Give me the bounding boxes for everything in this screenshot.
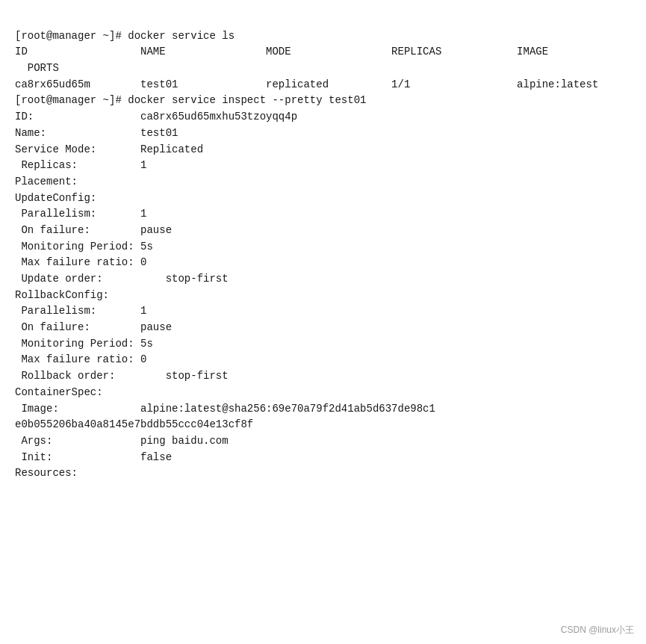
terminal-line: Max failure ratio: 0 — [15, 255, 631, 271]
terminal-line: Resources: — [15, 465, 631, 482]
terminal-line: Args: ping baidu.com — [15, 433, 631, 450]
terminal-line: PORTS — [15, 61, 631, 77]
terminal-line: RollbackConfig: — [15, 288, 631, 304]
terminal-line: ID NAME MODE REPLICAS IMAGE — [15, 44, 631, 61]
terminal-line: On failure: pause — [15, 223, 631, 239]
terminal-line: [root@manager ~]# docker service ls — [15, 28, 631, 45]
terminal-line: UpdateConfig: — [15, 191, 631, 207]
terminal-line: e0b055206ba40a8145e7bddb55ccc04e13cf8f — [15, 417, 631, 433]
terminal-line: Placement: — [15, 174, 631, 191]
terminal-line: Update order: stop-first — [15, 271, 631, 288]
terminal-line: Parallelism: 1 — [15, 206, 631, 223]
terminal-line: ID: ca8rx65ud65mxhu53tzoyqq4p — [15, 109, 631, 126]
terminal-line: On failure: pause — [15, 320, 631, 336]
terminal-line: Service Mode: Replicated — [15, 142, 631, 158]
terminal-line: Monitoring Period: 5s — [15, 336, 631, 353]
terminal-line: Replicas: 1 — [15, 158, 631, 174]
terminal-line: ca8rx65ud65m test01 replicated 1/1 alpin… — [15, 77, 631, 93]
terminal-line: Rollback order: stop-first — [15, 368, 631, 385]
terminal-line: [root@manager ~]# docker service inspect… — [15, 93, 631, 109]
terminal-line: Init: false — [15, 450, 631, 466]
terminal-line: Image: alpine:latest@sha256:69e70a79f2d4… — [15, 401, 631, 418]
terminal-output: [root@manager ~]# docker service lsID NA… — [15, 12, 631, 482]
terminal-line: Monitoring Period: 5s — [15, 239, 631, 256]
terminal-line: Max failure ratio: 0 — [15, 352, 631, 368]
watermark: CSDN @linux小王 — [561, 624, 634, 637]
terminal-line: Name: test01 — [15, 126, 631, 142]
terminal-line: ContainerSpec: — [15, 385, 631, 401]
terminal-line: Parallelism: 1 — [15, 303, 631, 320]
